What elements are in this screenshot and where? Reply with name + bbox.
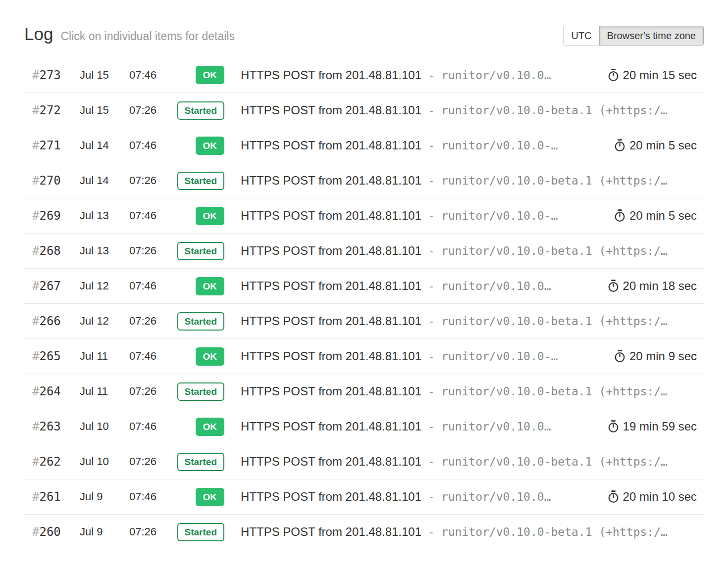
event-number: 266 — [39, 314, 60, 328]
event-description: HTTPS POST from 201.48.81.101 - runitor/… — [241, 384, 668, 398]
check-number: #267 — [24, 279, 80, 293]
check-number: #266 — [24, 314, 80, 328]
event-date: Jul 15 — [80, 69, 129, 82]
separator-dash: - — [428, 139, 435, 152]
status-badge-cell: OK — [171, 137, 224, 155]
event-time: 07:46 — [129, 420, 171, 433]
log-row[interactable]: #262 Jul 10 07:26 Started HTTPS POST fro… — [24, 444, 704, 479]
log-row[interactable]: #261 Jul 9 07:46 OK HTTPS POST from 201.… — [24, 479, 704, 514]
event-description: HTTPS POST from 201.48.81.101 - runitor/… — [241, 349, 558, 363]
event-description: HTTPS POST from 201.48.81.101 - runitor/… — [241, 420, 551, 433]
user-agent-text: runitor/v0.10.0… — [441, 420, 551, 433]
status-badge-cell: OK — [171, 488, 224, 506]
hash-symbol: # — [32, 174, 39, 188]
user-agent-text: runitor/v0.10.0… — [441, 280, 551, 292]
utc-button[interactable]: UTC — [563, 26, 599, 46]
separator-dash: - — [428, 280, 435, 292]
hash-symbol: # — [32, 525, 39, 539]
stopwatch-icon — [607, 420, 620, 433]
separator-dash: - — [428, 244, 435, 257]
log-row[interactable]: #265 Jul 11 07:46 OK HTTPS POST from 201… — [24, 338, 704, 374]
event-text: HTTPS POST from 201.48.81.101 — [241, 174, 421, 188]
check-number: #273 — [24, 68, 80, 82]
status-badge: OK — [196, 347, 225, 366]
event-text: HTTPS POST from 201.48.81.101 — [241, 314, 421, 328]
event-description: HTTPS POST from 201.48.81.101 - runitor/… — [241, 455, 668, 469]
separator-dash: - — [428, 525, 435, 538]
event-text: HTTPS POST from 201.48.81.101 — [241, 490, 421, 504]
log-row[interactable]: #272 Jul 15 07:26 Started HTTPS POST fro… — [24, 93, 704, 128]
hash-symbol: # — [32, 349, 39, 363]
event-time: 07:26 — [129, 315, 171, 328]
browser-timezone-button[interactable]: Browser's time zone — [599, 26, 704, 46]
event-number: 264 — [39, 384, 60, 398]
status-badge: Started — [177, 453, 224, 471]
status-badge-cell: Started — [171, 312, 224, 331]
hash-symbol: # — [32, 68, 39, 82]
status-badge-cell: OK — [171, 277, 224, 295]
event-duration: 20 min 10 sec — [607, 490, 697, 504]
log-row[interactable]: #266 Jul 12 07:26 Started HTTPS POST fro… — [24, 303, 704, 338]
event-duration: 20 min 5 sec — [614, 209, 697, 223]
event-time: 07:26 — [129, 525, 171, 538]
stopwatch-icon — [614, 139, 626, 152]
separator-dash: - — [428, 490, 435, 503]
event-number: 272 — [39, 103, 60, 117]
check-number: #262 — [24, 455, 80, 469]
event-description: HTTPS POST from 201.48.81.101 - runitor/… — [241, 490, 551, 504]
event-date: Jul 11 — [80, 385, 129, 398]
event-text: HTTPS POST from 201.48.81.101 — [241, 244, 421, 258]
event-description: HTTPS POST from 201.48.81.101 - runitor/… — [241, 279, 551, 293]
separator-dash: - — [428, 350, 435, 363]
event-date: Jul 12 — [80, 280, 129, 292]
page-header: Log Click on individual items for detail… — [24, 0, 704, 46]
log-row[interactable]: #264 Jul 11 07:26 Started HTTPS POST fro… — [24, 374, 704, 409]
log-row[interactable]: #267 Jul 12 07:46 OK HTTPS POST from 201… — [24, 268, 704, 303]
event-date: Jul 14 — [80, 139, 129, 152]
event-number: 263 — [39, 420, 60, 433]
log-row[interactable]: #268 Jul 13 07:26 Started HTTPS POST fro… — [24, 233, 704, 268]
user-agent-text: runitor/v0.10.0-… — [441, 139, 558, 152]
duration-text: 19 min 59 sec — [623, 420, 697, 433]
status-badge-cell: Started — [171, 382, 224, 401]
log-row[interactable]: #260 Jul 9 07:26 Started HTTPS POST from… — [24, 514, 704, 549]
status-badge: Started — [177, 523, 224, 541]
log-row[interactable]: #273 Jul 15 07:46 OK HTTPS POST from 201… — [24, 57, 704, 93]
status-badge: Started — [177, 101, 224, 120]
log-row[interactable]: #263 Jul 10 07:46 OK HTTPS POST from 201… — [24, 409, 704, 444]
event-time: 07:46 — [129, 139, 171, 152]
status-badge: OK — [196, 418, 225, 436]
duration-text: 20 min 15 sec — [623, 68, 697, 82]
status-badge: OK — [196, 277, 225, 295]
event-date: Jul 13 — [80, 209, 129, 222]
user-agent-text: runitor/v0.10.0-beta.1 (+https:/… — [441, 244, 668, 257]
event-date: Jul 10 — [80, 455, 129, 468]
event-text: HTTPS POST from 201.48.81.101 — [241, 384, 421, 398]
log-row[interactable]: #271 Jul 14 07:46 OK HTTPS POST from 201… — [24, 128, 704, 163]
check-number: #265 — [24, 349, 80, 363]
event-number: 268 — [39, 244, 60, 258]
hash-symbol: # — [32, 420, 39, 433]
log-row[interactable]: #270 Jul 14 07:26 Started HTTPS POST fro… — [24, 163, 704, 198]
event-duration: 20 min 15 sec — [607, 68, 697, 82]
event-number: 261 — [39, 490, 60, 504]
event-time: 07:46 — [129, 280, 171, 292]
status-badge-cell: OK — [171, 418, 224, 436]
log-page: Log Click on individual items for detail… — [0, 0, 728, 549]
hash-symbol: # — [32, 314, 39, 328]
user-agent-text: runitor/v0.10.0-beta.1 (+https:/… — [441, 315, 668, 328]
event-description: HTTPS POST from 201.48.81.101 - runitor/… — [241, 68, 551, 82]
duration-text: 20 min 5 sec — [629, 139, 697, 152]
check-number: #261 — [24, 490, 80, 504]
event-time: 07:46 — [129, 490, 171, 503]
status-badge: Started — [177, 242, 224, 260]
check-number: #263 — [24, 420, 80, 433]
log-row[interactable]: #269 Jul 13 07:46 OK HTTPS POST from 201… — [24, 198, 704, 233]
user-agent-text: runitor/v0.10.0-beta.1 (+https:/… — [441, 455, 668, 468]
separator-dash: - — [428, 315, 435, 328]
event-date: Jul 12 — [80, 315, 129, 328]
stopwatch-icon — [607, 68, 620, 82]
event-duration: 20 min 18 sec — [607, 279, 697, 293]
event-date: Jul 15 — [80, 104, 129, 117]
event-number: 265 — [39, 349, 60, 363]
